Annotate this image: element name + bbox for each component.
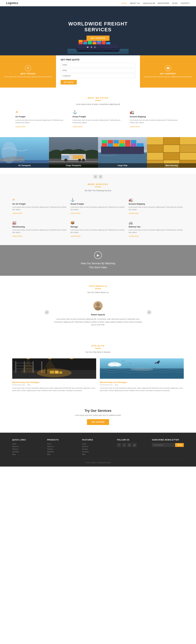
- footer-feature-4[interactable]: Industries: [82, 451, 89, 452]
- footer-product-5[interactable]: Blog: [47, 454, 50, 455]
- footer-googleplus[interactable]: g+: [133, 443, 137, 447]
- quote-form-panel: GET FREE QUOTE GET QUOTE: [56, 55, 140, 88]
- svg-rect-44: [113, 140, 119, 144]
- more-delivery-text: Lorem ipsum dolor sit amet consectetur a…: [129, 229, 184, 234]
- svg-rect-4: [83, 42, 87, 44]
- gallery-next-button[interactable]: →: [99, 175, 102, 178]
- more-warehouse-text: Lorem ipsum dolor sit amet consectetur a…: [12, 229, 67, 234]
- ocean-freight-link[interactable]: LEARN MORE: [72, 126, 83, 128]
- footer-feature-1[interactable]: Home: [82, 443, 86, 445]
- play-button[interactable]: ▶: [94, 251, 102, 259]
- svg-point-89: [45, 367, 47, 369]
- footer-product-2[interactable]: About Us: [47, 446, 53, 448]
- svg-rect-83: [48, 358, 51, 359]
- blog-post-1-text: Lorem ipsum dolor sit amet consectetur a…: [12, 387, 96, 392]
- footer-feature-2[interactable]: About Us: [82, 446, 88, 448]
- try-services-text: Lorem ipsum and more content goes here f…: [12, 414, 184, 416]
- svg-rect-54: [180, 145, 196, 152]
- svg-rect-56: [163, 152, 180, 160]
- support-panel: ☎ 24/7 SUPPORT Lorem ipsum dolor sit ame…: [140, 55, 196, 88]
- footer-link-services[interactable]: Services: [12, 448, 18, 450]
- blog-post-2-text: Lorem ipsum dolor sit amet consectetur a…: [100, 387, 184, 392]
- more-ocean-link[interactable]: LEARN MORE: [70, 212, 81, 214]
- footer-link-industries[interactable]: Industries: [12, 451, 19, 452]
- what-we-offer-section: WHAT WE OFFER Lorem ipsum dolor sit amet…: [0, 88, 196, 137]
- footer-products-title: Products: [47, 439, 79, 441]
- svg-rect-82: [27, 358, 29, 359]
- more-ground-icon: 🚛: [129, 198, 184, 202]
- more-storage-icon: 📦: [70, 221, 126, 225]
- nav-industries[interactable]: INDUSTRIES: [158, 2, 169, 4]
- quote-email-input[interactable]: [61, 68, 136, 72]
- blog-post-1-title[interactable]: Warehousing Your Packages: [12, 381, 96, 384]
- svg-rect-35: [102, 143, 107, 146]
- more-service-warehousing: 🏭 Warehousing Lorem ipsum dolor sit amet…: [12, 219, 67, 239]
- get-quote-button[interactable]: GET QUOTE: [61, 80, 77, 84]
- svg-rect-38: [119, 143, 125, 146]
- nav-home[interactable]: HOME: [121, 2, 127, 4]
- nav-contact[interactable]: CONTACT: [181, 2, 190, 4]
- footer-newsletter-button[interactable]: SEND: [175, 443, 184, 447]
- footer-feature-3[interactable]: Services: [82, 448, 88, 450]
- quote-section: $ BEST PRICES Lorem ipsum dolor sit amet…: [0, 55, 196, 88]
- quote-name-input[interactable]: [61, 63, 136, 67]
- try-services-button[interactable]: GET STARTED: [87, 419, 109, 425]
- phone-icon: ☎: [165, 65, 171, 71]
- offer-subtitle: Lorem ipsum dolor sit amet, consectetur …: [12, 103, 184, 105]
- gallery-ware-housing: Ware Housing: [147, 137, 196, 168]
- footer-grid: Quick links Home About Us Services Indus…: [12, 439, 184, 456]
- testimonial-prev-button[interactable]: ←: [45, 310, 49, 314]
- gallery-prev-button[interactable]: ←: [94, 175, 97, 178]
- blog-post-1-date: 26 November 2021: [12, 384, 25, 386]
- footer-facebook[interactable]: f: [117, 443, 121, 447]
- svg-rect-30: [73, 155, 83, 159]
- footer-quick-links-list: Home About Us Services Industries Blog: [12, 443, 44, 455]
- more-storage-link[interactable]: LEARN MORE: [70, 236, 81, 237]
- testimonial-content: Robert Spacek Lorem ipsum dolor sit amet…: [52, 298, 144, 326]
- more-delivery-link[interactable]: LEARN MORE: [129, 236, 139, 237]
- footer-link-home[interactable]: Home: [12, 443, 16, 445]
- footer-newsletter-input[interactable]: [152, 443, 175, 447]
- svg-rect-41: [137, 143, 144, 146]
- footer-product-3[interactable]: Services: [47, 448, 53, 450]
- more-service-delivery-van: 🚐 Delivery Van Lorem ipsum dolor sit ame…: [129, 219, 184, 239]
- footer-link-blog[interactable]: Blog: [12, 454, 15, 455]
- nav-about[interactable]: ABOUT US: [130, 2, 140, 4]
- footer-linkedin[interactable]: in: [127, 443, 131, 447]
- svg-rect-49: [147, 137, 163, 145]
- footer-newsletter-title: Subscribe Newsletter: [152, 439, 184, 441]
- hero-cta-button[interactable]: GET STARTED: [87, 36, 110, 41]
- nav-services[interactable]: SERVICES: [143, 2, 153, 4]
- ground-shipping-text: Lorem ipsum dolor sit amet consectetur a…: [130, 119, 181, 124]
- testimonial-container: ← Robert Spacek Lorem ipsum dolor sit am…: [18, 298, 178, 326]
- footer-product-1[interactable]: Home: [47, 443, 51, 445]
- nav-blog[interactable]: BLOG: [173, 2, 178, 4]
- svg-rect-51: [180, 137, 196, 145]
- blog-post-2-date: 26 November 2021: [100, 384, 113, 386]
- more-services-grid: ✈ Air Air Freight Lorem ipsum dolor sit …: [12, 196, 184, 239]
- more-warehouse-link[interactable]: LEARN MORE: [12, 236, 22, 237]
- more-ground-link[interactable]: LEARN MORE: [129, 212, 139, 214]
- svg-rect-75: [15, 363, 24, 363]
- more-services-subtitle: We Offer The Following Services: [12, 190, 184, 192]
- nav-logo[interactable]: Logistics: [6, 2, 18, 5]
- svg-rect-6: [92, 42, 96, 44]
- more-ocean-text: Lorem ipsum dolor sit amet consectetur a…: [70, 206, 126, 211]
- footer-feature-5[interactable]: Blog: [82, 454, 85, 455]
- testimonial-next-button[interactable]: →: [147, 310, 151, 314]
- quote-comment-input[interactable]: [61, 74, 136, 78]
- footer-twitter[interactable]: t: [122, 443, 126, 447]
- air-freight-link[interactable]: LEARN MORE: [15, 126, 25, 128]
- svg-rect-52: [147, 145, 163, 152]
- footer-newsletter-form: SEND: [152, 443, 184, 447]
- more-air-link[interactable]: LEARN MORE: [12, 212, 22, 214]
- ocean-freight-text: Lorem ipsum dolor sit amet consectetur a…: [72, 119, 123, 124]
- svg-point-92: [130, 368, 153, 371]
- footer-features: Features Home About Us Services Industri…: [82, 439, 114, 456]
- blog-post-2-title[interactable]: Warehousing Your Packages: [100, 381, 184, 384]
- footer-product-4[interactable]: Industries: [47, 451, 54, 452]
- footer-link-about[interactable]: About Us: [12, 446, 18, 448]
- ground-shipping-link[interactable]: LEARN MORE: [130, 126, 140, 128]
- try-services-title: Try Our Services: [12, 409, 184, 413]
- svg-rect-77: [15, 368, 24, 369]
